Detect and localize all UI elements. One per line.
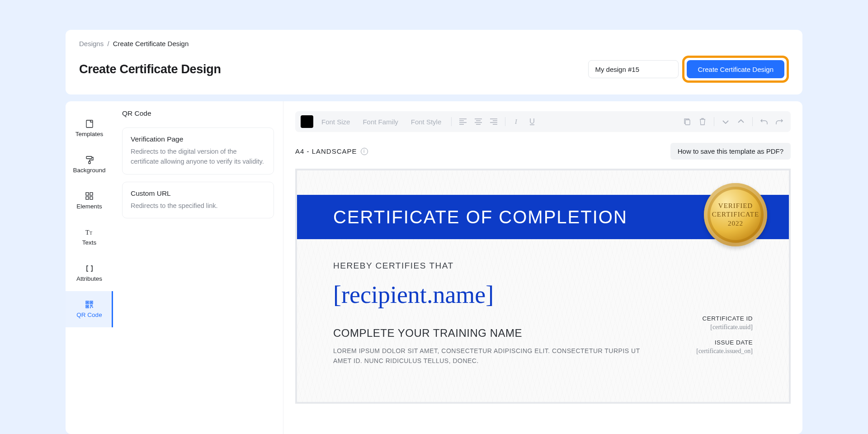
svg-rect-6 [90,197,93,199]
sidebar-item-background[interactable]: Background [66,146,113,183]
design-name-input[interactable] [588,60,679,78]
canvas-header: A4 - LANDSCAPE i How to save this templa… [295,143,791,160]
sidebar-label: Background [73,167,105,174]
editor-toolbar: Font Size Font Family Font Style I [295,111,791,132]
brackets-icon [85,264,94,273]
align-center-icon[interactable] [472,116,484,127]
svg-rect-16 [685,120,690,125]
issue-date-label: ISSUE DATE [671,339,753,346]
underline-icon[interactable] [526,116,538,127]
separator [451,117,452,126]
svg-rect-3 [86,193,89,195]
font-style-selector[interactable]: Font Style [411,118,442,126]
breadcrumb-root[interactable]: Designs [79,40,104,47]
page-title: Create Certificate Design [79,62,221,76]
option-custom-url[interactable]: Custom URL Redirects to the specified li… [122,182,274,219]
svg-text:T: T [85,229,90,236]
paint-roller-icon [85,156,94,164]
header-row: Create Certificate Design Create Certifi… [79,56,789,83]
sidebar-label: Elements [76,203,102,210]
separator [505,117,505,126]
svg-rect-12 [87,302,88,303]
option-description: Redirects to the digital version of the … [131,147,265,167]
svg-rect-14 [87,306,88,307]
certificate-canvas[interactable]: CERTIFICATE OF COMPLETION VERIFIED CERTI… [295,169,791,404]
main-container: Designs / Create Certificate Design Crea… [66,30,802,434]
align-right-icon[interactable] [488,116,500,127]
separator [714,117,714,126]
breadcrumb-current: Create Certificate Design [113,40,189,47]
sidebar-item-templates[interactable]: Templates [66,110,113,146]
format-text: A4 - LANDSCAPE [295,147,357,155]
svg-rect-1 [86,156,92,159]
option-title: Custom URL [131,189,265,198]
seal-text: VERIFIED [718,202,753,211]
certificate-recipient-placeholder: [recipient.name] [333,281,659,309]
options-panel: QR Code Verification Page Redirects to t… [113,101,283,434]
certificate-training-name: COMPLETE YOUR TRAINING NAME [333,327,659,340]
certificate-body: HEREBY CERTIFIES THAT [recipient.name] C… [297,239,789,366]
font-size-selector[interactable]: Font Size [321,118,350,126]
header-controls: Create Certificate Design [588,56,789,83]
template-icon [85,120,94,128]
seal-text: CERTIFICATE [712,210,759,219]
svg-rect-13 [91,302,92,303]
option-description: Redirects to the specified link. [131,201,265,211]
breadcrumb: Designs / Create Certificate Design [79,40,789,47]
sidebar-item-attributes[interactable]: Attributes [66,255,113,291]
svg-rect-5 [86,197,89,199]
redo-icon[interactable] [774,116,785,127]
svg-rect-4 [90,193,93,195]
format-label: A4 - LANDSCAPE i [295,147,368,155]
certificate-right: CERTIFICATE ID [certificate.uuid] ISSUE … [671,261,753,366]
sidebar-label: QR Code [76,311,102,318]
create-certificate-design-button[interactable]: Create Certificate Design [687,60,784,78]
certificate-banner-title: CERTIFICATE OF COMPLETION [333,207,627,227]
sidebar-item-elements[interactable]: Elements [66,183,113,219]
verified-seal: VERIFIED CERTIFICATE 2022 [704,183,767,246]
svg-text:T: T [90,231,92,236]
info-icon[interactable]: i [361,148,368,155]
undo-icon[interactable] [758,116,770,127]
bring-forward-icon[interactable] [720,116,731,127]
send-backward-icon[interactable] [735,116,747,127]
certificate-left: HEREBY CERTIFIES THAT [recipient.name] C… [333,261,659,366]
certificate-id-label: CERTIFICATE ID [671,315,753,322]
sidebar: Templates Background Elements TT Texts [66,101,113,434]
svg-rect-2 [89,161,90,164]
trash-icon[interactable] [697,116,708,127]
workspace-card: Templates Background Elements TT Texts [66,101,802,434]
seal-text: 2022 [728,219,743,228]
canvas-area: Font Size Font Family Font Style I [283,101,802,434]
separator [752,117,753,126]
copy-icon[interactable] [681,116,693,127]
create-button-highlight: Create Certificate Design [682,56,789,83]
align-left-icon[interactable] [457,116,469,127]
svg-rect-0 [86,120,93,127]
sidebar-label: Templates [75,131,104,137]
panel-title: QR Code [122,109,274,118]
certificate-hereby-text: HEREBY CERTIFIES THAT [333,261,659,271]
issue-date-value: [certificate.issued_on] [671,348,753,355]
sidebar-label: Texts [82,239,97,246]
color-picker[interactable] [301,115,313,128]
qrcode-icon [85,301,94,309]
italic-icon[interactable]: I [511,116,523,127]
text-icon: TT [85,228,94,236]
sidebar-label: Attributes [76,275,102,282]
header-card: Designs / Create Certificate Design Crea… [66,30,802,94]
sidebar-item-qrcode[interactable]: QR Code [66,291,113,327]
help-save-pdf-button[interactable]: How to save this template as PDF? [670,143,791,160]
certificate-description: LOREM IPSUM DOLOR SIT AMET, CONSECTETUR … [333,346,659,366]
font-family-selector[interactable]: Font Family [363,118,398,126]
breadcrumb-separator: / [107,40,109,47]
option-verification-page[interactable]: Verification Page Redirects to the digit… [122,127,274,175]
sidebar-item-texts[interactable]: TT Texts [66,219,113,255]
elements-icon [85,192,94,200]
certificate-id-value: [certificate.uuid] [671,324,753,331]
option-title: Verification Page [131,135,265,143]
svg-text:I: I [514,118,518,125]
